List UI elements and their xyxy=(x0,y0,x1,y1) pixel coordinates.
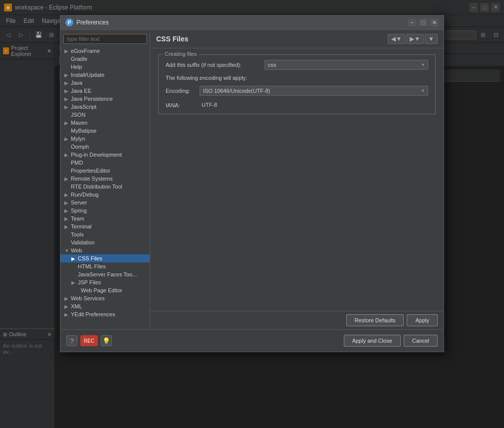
tree-item-jsp[interactable]: ▶ JSP Files xyxy=(60,278,150,286)
tree-label: JavaScript xyxy=(71,104,96,110)
tree-item-spring[interactable]: ▶ Spring xyxy=(60,207,150,214)
chevron-right-icon: ▶ xyxy=(64,120,69,126)
encoding-field-label: Encoding: xyxy=(166,88,196,94)
dialog-icon: P xyxy=(65,18,73,26)
tree-item-mylyn[interactable]: ▶ Mylyn xyxy=(60,135,150,143)
tree-label: JSON xyxy=(71,112,85,118)
nav-forward-button[interactable]: ▶ ▼ xyxy=(406,34,424,44)
tree-label: RTE Distribution Tool xyxy=(71,184,122,190)
tree-item-oomph[interactable]: Oomph xyxy=(60,143,150,151)
tree-item-rundebug[interactable]: ▶ Run/Debug xyxy=(60,191,150,199)
chevron-right-icon: ▶ xyxy=(71,280,76,285)
dialog-footer: ? REC 💡 Apply and Close Cancel xyxy=(60,329,444,352)
tree-item-terminal[interactable]: ▶ Terminal xyxy=(60,222,150,230)
content-footer: Restore Defaults Apply xyxy=(150,311,444,329)
content-header: CSS Files ◀ ▼ ▶ ▼ ▼ xyxy=(150,30,444,48)
tree-label: Tools xyxy=(71,231,84,237)
dialog-title-bar: P Preferences − □ ✕ xyxy=(60,15,444,30)
tree-item-webservices[interactable]: ▶ Web Services xyxy=(60,294,150,302)
tree-label: Terminal xyxy=(71,223,92,229)
tree-item-tools[interactable]: Tools xyxy=(60,230,150,238)
encoding-desc-label: The following encoding will apply: xyxy=(166,75,247,81)
tree-item-jsf[interactable]: JavaServer Faces Too... xyxy=(60,270,150,278)
tree-item-web[interactable]: ▼ Web xyxy=(60,246,150,254)
record-button[interactable]: REC xyxy=(80,335,98,346)
dialog-minimize[interactable]: − xyxy=(408,18,417,26)
chevron-right-icon: ▶ xyxy=(64,104,69,110)
tree-label: Java EE xyxy=(71,88,91,94)
tree-item-css-files[interactable]: ▶ CSS Files xyxy=(60,254,150,262)
menu-dropdown-icon: ▼ xyxy=(428,35,434,42)
tree-item-plugin[interactable]: ▶ Plug-in Development xyxy=(60,151,150,159)
tree-item-java[interactable]: ▶ Java xyxy=(60,79,150,87)
tree-label: Server xyxy=(71,200,87,206)
tree-item-yedit[interactable]: ▶ YEdit Preferences xyxy=(60,310,150,318)
tree-item-remote[interactable]: ▶ Remote Systems xyxy=(60,175,150,183)
tree-item-javascript[interactable]: ▶ JavaScript xyxy=(60,103,150,111)
tree-label: Team xyxy=(71,215,84,221)
tree-label: Plug-in Development xyxy=(71,152,122,158)
chevron-right-icon: ▶ xyxy=(64,216,69,221)
tree-item-validation[interactable]: Validation xyxy=(60,238,150,246)
dialog-maximize[interactable]: □ xyxy=(419,18,428,26)
tree-label: JSP Files xyxy=(78,279,101,285)
chevron-down-icon: ▼ xyxy=(64,248,69,253)
chevron-right-icon: ▶ xyxy=(64,304,69,309)
suffix-select[interactable]: css CSS xyxy=(264,60,428,70)
chevron-right-icon: ▶ xyxy=(64,200,69,206)
encoding-row: Encoding: ISO 10646/Unicode(UTF-8) UTF-8… xyxy=(166,86,428,96)
tree-item-javaee[interactable]: ▶ Java EE xyxy=(60,87,150,95)
tree-item-mybatipse[interactable]: MyBatipse xyxy=(60,127,150,135)
dialog-body: ▶ eGovFrame Gradle Help ▶ Install/Update… xyxy=(60,30,444,329)
tree-item-webpageeditor[interactable]: Web Page Editor xyxy=(60,286,150,294)
tree-label: Java xyxy=(71,80,82,86)
tree-item-rte[interactable]: RTE Distribution Tool xyxy=(60,183,150,191)
nav-arrows: ◀ ▼ ▶ ▼ ▼ xyxy=(388,34,438,44)
tree-item-install[interactable]: ▶ Install/Update xyxy=(60,71,150,79)
tree-item-xml[interactable]: ▶ XML xyxy=(60,302,150,310)
tree-label: PMD xyxy=(71,160,83,166)
back-dropdown-icon: ▼ xyxy=(396,35,402,42)
content-panel: CSS Files ◀ ▼ ▶ ▼ ▼ xyxy=(150,30,444,329)
tree-item-egovframe[interactable]: ▶ eGovFrame xyxy=(60,47,150,55)
tree-label: Remote Systems xyxy=(71,176,113,182)
chevron-right-icon: ▶ xyxy=(64,80,69,86)
tree-item-pmd[interactable]: PMD xyxy=(60,159,150,167)
tree-item-server[interactable]: ▶ Server xyxy=(60,199,150,207)
apply-and-close-button[interactable]: Apply and Close xyxy=(344,335,401,347)
creating-files-section: Creating files Add this suffix (if not s… xyxy=(158,54,436,114)
help-icon: ? xyxy=(70,337,73,345)
dialog-close[interactable]: ✕ xyxy=(430,18,439,26)
iana-value: UTF-8 xyxy=(200,101,219,109)
chevron-right-icon: ▶ xyxy=(64,72,69,78)
chevron-right-icon: ▶ xyxy=(64,312,69,317)
apply-button[interactable]: Apply xyxy=(407,314,438,326)
encoding-select[interactable]: ISO 10646/Unicode(UTF-8) UTF-8 ISO-8859-… xyxy=(200,86,428,96)
lightbulb-icon: 💡 xyxy=(102,337,110,345)
cancel-button[interactable]: Cancel xyxy=(404,335,438,347)
tree-label: Oomph xyxy=(71,144,89,150)
tree-label: eGovFrame xyxy=(71,48,100,54)
tree-label: Web Services xyxy=(71,295,105,301)
chevron-right-icon: ▶ xyxy=(64,152,69,158)
tree-item-propeditor[interactable]: PropertiesEditor xyxy=(60,167,150,175)
chevron-right-icon: ▶ xyxy=(64,88,69,94)
warning-button[interactable]: 💡 xyxy=(101,335,112,346)
tree-filter-input[interactable] xyxy=(63,34,147,44)
tree-item-javapersistence[interactable]: ▶ Java Persistence xyxy=(60,95,150,103)
nav-menu-button[interactable]: ▼ xyxy=(425,34,438,44)
iana-label: IANA: xyxy=(166,101,196,108)
tree-item-maven[interactable]: ▶ Maven xyxy=(60,119,150,127)
tree-item-help[interactable]: Help xyxy=(60,63,150,71)
suffix-label: Add this suffix (if not specified): xyxy=(166,62,260,68)
tree-item-json[interactable]: JSON xyxy=(60,111,150,119)
tree-item-html-files[interactable]: HTML Files xyxy=(60,262,150,270)
help-button[interactable]: ? xyxy=(66,335,77,346)
tree-label: Spring xyxy=(71,208,87,214)
tree-item-team[interactable]: ▶ Team xyxy=(60,214,150,222)
forward-arrow-icon: ▶ xyxy=(410,35,414,42)
tree-item-gradle[interactable]: Gradle xyxy=(60,55,150,63)
chevron-right-icon: ▶ xyxy=(64,192,69,198)
nav-back-button[interactable]: ◀ ▼ xyxy=(388,34,405,44)
restore-defaults-button[interactable]: Restore Defaults xyxy=(346,314,404,326)
